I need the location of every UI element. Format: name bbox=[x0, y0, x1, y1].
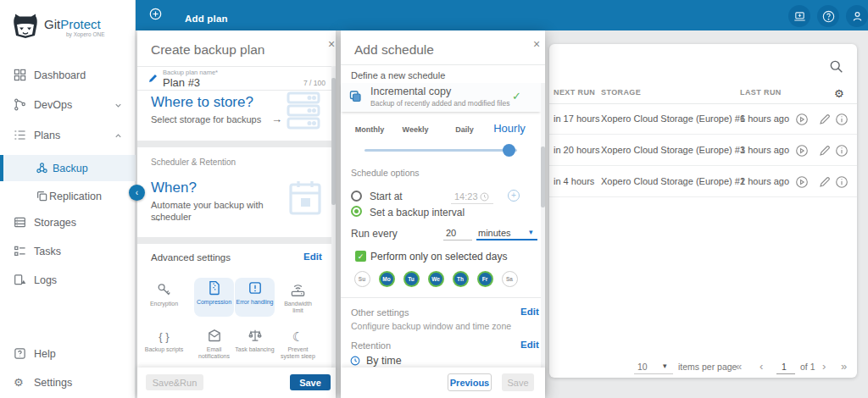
tab-weekly[interactable]: Weekly bbox=[403, 125, 429, 134]
day-th[interactable]: Th bbox=[453, 271, 469, 287]
table-row[interactable]: in 20 hours Xopero Cloud Storage (Europe… bbox=[549, 135, 857, 166]
sidebar-item-label: Backup bbox=[53, 163, 88, 174]
frequency-slider-track[interactable] bbox=[364, 149, 517, 152]
table-row[interactable]: in 4 hours Xopero Cloud Storage (Europe)… bbox=[549, 166, 857, 197]
error-warning-icon bbox=[235, 280, 275, 299]
search-icon[interactable] bbox=[829, 59, 843, 74]
edit-pencil-icon[interactable] bbox=[818, 113, 832, 126]
tile-bandwidth-limit[interactable]: Bandwidth limit bbox=[278, 279, 318, 318]
table-row[interactable]: in 17 hours Xopero Cloud Storage (Europe… bbox=[549, 103, 857, 135]
next-page-icon[interactable]: › bbox=[822, 360, 826, 373]
previous-button[interactable]: Previous bbox=[448, 373, 492, 391]
sidebar-item-label: DevOps bbox=[34, 99, 72, 111]
interval-radio[interactable] bbox=[351, 206, 362, 217]
help-button[interactable] bbox=[817, 5, 839, 27]
sidebar-item-replication[interactable]: Replication bbox=[0, 184, 136, 209]
first-page-icon[interactable]: « bbox=[736, 360, 742, 373]
column-settings-gear-icon[interactable]: ⚙ bbox=[834, 88, 844, 99]
tile-encryption[interactable]: Encryption bbox=[144, 279, 184, 318]
run-now-icon[interactable] bbox=[795, 113, 809, 126]
tile-task-balancing[interactable]: Task balancing bbox=[235, 325, 275, 364]
save-button[interactable]: Save bbox=[290, 374, 331, 390]
tab-daily[interactable]: Daily bbox=[455, 125, 474, 134]
add-plan-button[interactable]: Add plan bbox=[149, 3, 251, 27]
last-page-icon[interactable]: » bbox=[841, 360, 847, 373]
remote-session-button[interactable] bbox=[788, 5, 810, 27]
day-su[interactable]: Su bbox=[354, 271, 370, 287]
tile-compression[interactable]: Compression bbox=[194, 278, 234, 317]
run-now-icon[interactable] bbox=[795, 144, 809, 158]
col-next-run: NEXT RUN bbox=[554, 88, 595, 97]
start-at-radio[interactable] bbox=[351, 191, 362, 202]
per-page-value[interactable]: 10 bbox=[637, 362, 648, 372]
edit-pencil-icon[interactable] bbox=[818, 144, 832, 158]
close-icon[interactable]: × bbox=[533, 38, 540, 50]
sidebar-item-dashboard[interactable]: Dashboard bbox=[0, 63, 136, 88]
advanced-edit-link[interactable]: Edit bbox=[303, 252, 322, 262]
backup-type-incremental[interactable]: Incremental copy Backup of recently adde… bbox=[341, 83, 541, 112]
tab-monthly[interactable]: Monthly bbox=[355, 125, 385, 134]
backup-type-subtitle: Backup of recently added and modified fi… bbox=[370, 99, 509, 108]
sidebar-item-tasks[interactable]: Tasks bbox=[0, 239, 136, 264]
col-storage: STORAGE bbox=[601, 88, 641, 97]
days-checkbox[interactable]: ✓ bbox=[355, 251, 366, 262]
storages-icon bbox=[14, 216, 26, 229]
day-mo[interactable]: Mo bbox=[379, 271, 395, 287]
cell-next-run: in 17 hours bbox=[554, 113, 599, 124]
sidebar-item-backup[interactable]: Backup bbox=[0, 155, 136, 181]
tile-error-handling[interactable]: Error handling bbox=[235, 278, 275, 317]
cell-next-run: in 20 hours bbox=[554, 145, 599, 155]
run-unit-select[interactable]: minutes bbox=[478, 228, 511, 238]
gitprotect-cat-icon bbox=[12, 13, 39, 39]
retention-clock-icon bbox=[350, 356, 360, 366]
day-we[interactable]: We bbox=[428, 271, 444, 287]
cell-storage: Xopero Cloud Storage (Europe) #1 bbox=[601, 176, 745, 186]
start-time-input[interactable]: 14:23 bbox=[454, 191, 478, 202]
sidebar-item-settings[interactable]: ⚙ Settings bbox=[0, 370, 136, 395]
day-sa[interactable]: Sa bbox=[502, 271, 518, 287]
scheduler-retention-section[interactable]: Scheduler & Retention When? Automate you… bbox=[137, 147, 336, 237]
backup-plan-name-field[interactable]: Backup plan name* Plan #3 7 / 100 bbox=[137, 66, 336, 91]
day-tu[interactable]: Tu bbox=[403, 271, 420, 287]
sidebar-item-help[interactable]: Help bbox=[0, 341, 136, 367]
sidebar-item-storages[interactable]: Storages bbox=[0, 210, 136, 235]
tile-email-notifications[interactable]: Email notifications bbox=[194, 325, 234, 364]
page-number-input[interactable]: 1 bbox=[782, 362, 787, 372]
unit-dropdown-icon[interactable]: ▾ bbox=[529, 228, 533, 236]
dashboard-icon bbox=[14, 69, 26, 81]
retention-label: Retention bbox=[351, 340, 391, 351]
tab-hourly[interactable]: Hourly bbox=[493, 122, 526, 135]
close-icon[interactable]: × bbox=[328, 38, 335, 50]
per-page-dropdown-icon[interactable]: ▾ bbox=[663, 362, 667, 370]
save-button-disabled[interactable]: Save bbox=[502, 373, 534, 391]
server-stack-icon bbox=[285, 91, 322, 131]
edit-pencil-icon[interactable] bbox=[818, 175, 832, 189]
sidebar-item-plans[interactable]: Plans bbox=[0, 123, 136, 148]
add-time-plus-icon[interactable]: + bbox=[508, 190, 520, 202]
modal-scrollbar[interactable] bbox=[541, 83, 545, 368]
sidebar-item-devops[interactable]: DevOps bbox=[0, 92, 136, 118]
where-to-store-section[interactable]: Where to store? Select storage for backu… bbox=[137, 91, 336, 141]
tile-backup-scripts[interactable]: { } Backup scripts bbox=[144, 325, 184, 364]
cell-last-run: 2 hours ago bbox=[740, 176, 789, 186]
run-every-value-input[interactable]: 20 bbox=[446, 228, 456, 238]
per-page-label: items per page bbox=[678, 362, 737, 372]
tile-label: Error handling bbox=[235, 299, 275, 306]
info-icon[interactable] bbox=[835, 175, 849, 189]
prev-page-icon[interactable]: ‹ bbox=[760, 360, 763, 373]
sidebar-item-logs[interactable]: Logs bbox=[0, 268, 136, 293]
account-button[interactable] bbox=[846, 5, 868, 27]
panel-scrollbar[interactable] bbox=[331, 66, 336, 368]
info-icon[interactable] bbox=[835, 144, 849, 158]
other-settings-edit-link[interactable]: Edit bbox=[520, 307, 539, 317]
save-and-run-button[interactable]: Save&Run bbox=[146, 374, 203, 390]
brand-logo[interactable]: GitProtect by Xopero ONE bbox=[12, 13, 124, 41]
frequency-slider-handle[interactable] bbox=[503, 144, 515, 157]
info-icon[interactable] bbox=[835, 113, 849, 126]
day-fr[interactable]: Fr bbox=[477, 271, 493, 287]
run-now-icon[interactable] bbox=[795, 175, 809, 189]
retention-edit-link[interactable]: Edit bbox=[520, 340, 539, 350]
run-every-label: Run every bbox=[351, 228, 398, 240]
collapse-panel-button[interactable]: ‹ bbox=[129, 185, 145, 201]
tile-prevent-system-sleep[interactable]: ☾ Prevent system sleep bbox=[278, 325, 318, 364]
